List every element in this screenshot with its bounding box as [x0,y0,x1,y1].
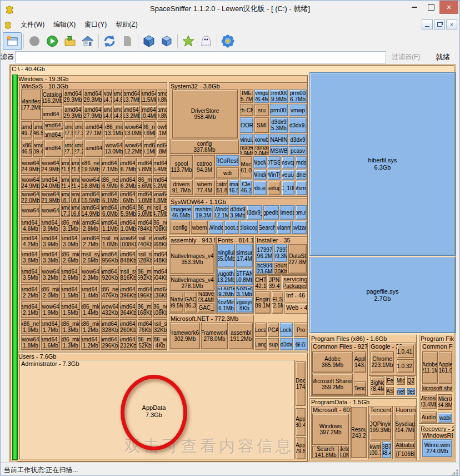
treemap-cell-file[interactable]: twinui.c [240,134,253,145]
treemap-cell-folder[interactable]: JPN39.4 [268,275,281,290]
treemap-cell-folder[interactable]: amd64_6.1Mb [101,191,119,203]
filter-cube-alt-button[interactable] [158,33,176,49]
treemap-cell-folder[interactable]: PCA [268,323,279,337]
treemap-cell-folder[interactable]: wow6413.0Mb [104,140,123,157]
close-button[interactable]: × [439,1,458,14]
treemap-cell-folder[interactable]: wow6418.8Mb [81,175,100,190]
treemap-cell-folder[interactable]: amd64_5.9Mb [120,204,137,217]
treemap-cell-file[interactable]: mingliub35.0Mb [217,244,235,267]
treemap-cell-folder[interactable]: Adobe211.1M [422,351,438,384]
treemap-cell-folder[interactable]: wow649.1Mb [157,121,167,138]
treemap-cell-folder[interactable]: App80.4 [296,408,306,436]
treemap-cell-folder[interactable]: amd64_7.8Mb [157,140,167,157]
treemap-cell-folder[interactable]: Q2 [407,376,414,385]
treemap-cell-folder[interactable]: Netw8.0M [340,446,349,458]
treemap-cell-folder[interactable]: amd64_956Kb [101,250,119,265]
treemap-cell-folder[interactable]: microsoft shar [422,385,452,391]
treemap-cell-folder[interactable]: zh-CN [240,104,253,116]
title-bar[interactable]: SpaceSniffer 1.1.2.0 - Lewen汉化版 - [ (C:)… [1,1,459,17]
treemap-cell-folder[interactable]: amd6429.3Mb [83,89,102,105]
treemap-cell-file[interactable]: xwizan [292,221,307,234]
treemap-cell-folder[interactable]: amd14.8 [113,106,122,120]
treemap-cell-file[interactable]: 保存 [294,338,308,350]
treemap-cell-file[interactable]: 1739796.2M [256,244,273,262]
treemap-cell-folder[interactable]: amd6429.3Mb [63,106,82,120]
treemap-cell-folder[interactable]: amd64_10.4Mb [141,106,157,120]
treemap-cell-folder[interactable]: amd64_1.1Mb [101,218,119,233]
treemap-cell-folder[interactable]: Manifest177.2Mb [21,89,41,120]
treemap-cell-folder[interactable]: amd39.4 [33,140,43,157]
treemap-cell-file[interactable]: dmdsk [296,156,307,168]
treemap-cell-folder[interactable]: x86_mic1.3Mb [61,335,80,350]
treemap-cell-file[interactable]: WsmT [296,181,307,195]
stop-button[interactable] [26,33,43,49]
menu-help[interactable]: 帮助(Z) [111,18,142,31]
treemap-cell-folder[interactable]: amd64_13.2Mb [123,106,140,120]
treemap-cell-file[interactable]: STXIHE9.3Mb [217,286,235,296]
treemap-cell-folder[interactable]: Sysdiag214.7Mb [395,414,415,440]
treemap-cell-folder[interactable]: amd9.8M [158,106,167,120]
treemap-cell-folder[interactable]: amd64_296Kb [101,335,119,350]
treemap-cell-folder[interactable]: amd64_3.9Mb [41,234,60,249]
treemap-cell-file[interactable]: vmgu26.4M [254,90,269,103]
treemap-cell-folder[interactable]: sru [254,104,269,116]
treemap-cell-folder[interactable]: amd64_5.4Mb [153,158,167,174]
treemap-cell-folder[interactable]: amd64_3.0Mb [61,234,80,249]
treemap-cell-folder[interactable]: amd21.4 [61,175,70,190]
treemap-cell-folder[interactable]: msil_sy32Kb [153,319,167,334]
treemap-cell-folder[interactable]: amd46.5 [33,121,43,138]
treemap-cell-folder[interactable]: x86_net1.9Mb [21,319,40,334]
treemap-cell-folder[interactable]: x86_mic5.0Mb [138,204,152,217]
treemap-cell-folder[interactable]: amd64_2.1Mb [21,301,40,318]
treemap-cell-folder[interactable]: amd649.1Mb [143,140,156,157]
treemap-region-web[interactable]: Web - 4 [284,304,308,314]
treemap-cell-folder[interactable]: 1.0.32. [397,359,414,373]
treemap-cell-folder[interactable]: Alibaba [395,442,415,449]
treemap-cell-folder[interactable]: wow6422.0Mb [21,191,40,203]
treemap-cell-folder[interactable]: Micro34.8M [438,394,452,410]
treemap-cell-folder[interactable]: wow644.8Mb [153,191,167,203]
treemap-cell-file[interactable]: Windo [253,170,267,180]
treemap-cell-folder[interactable]: msil_mi740Kb [138,234,152,249]
treemap-cell-folder[interactable]: amd64_7.1Mb [101,158,119,174]
treemap-cell-file[interactable]: hiberfil.sys6.3Gb [309,72,456,256]
start-button[interactable] [43,33,61,49]
treemap-cell-folder[interactable]: NativeImages_v4353.3Mb [170,244,214,274]
treemap-cell-file[interactable]: wlanm [277,221,291,234]
menu-window[interactable]: 窗口(Y) [80,18,111,31]
treemap-cell-folder[interactable]: msfted2.9Mb [240,146,253,155]
treemap-cell-folder[interactable]: amd64_ [44,140,63,157]
treemap-cell-folder[interactable]: BigNo78.4M [371,376,384,395]
treemap-cell-folder[interactable]: x86_mic52Kb [138,335,152,350]
treemap-cell-folder[interactable]: msil_sy628Kb [138,250,152,265]
treemap-cell-folder[interactable]: Yamah2.0Mb [254,146,269,155]
treemap-cell-folder[interactable]: amd27.5 [64,121,73,138]
treemap-cell-folder[interactable]: amd64_1.6Mb [41,335,60,350]
treemap-cell-file[interactable]: Winre.wim274.0Mb [422,439,452,457]
treemap-cell-folder[interactable]: {F106B [395,450,415,458]
treemap-cell-folder[interactable]: Apple161.0 [439,351,452,384]
treemap-cell-folder[interactable]: amd27.2 [74,140,83,157]
treemap-cell-folder[interactable]: Fe [386,376,394,385]
treemap-cell-file[interactable]: bc98423.6M [256,263,273,274]
treemap-cell-folder[interactable]: amd9.8M [158,89,167,105]
treemap-cell-folder[interactable]: amd14.8 [113,89,122,105]
treemap-cell-folder[interactable]: amd64_6.0Mb [101,204,119,217]
mdi-minimize-button[interactable] [422,19,433,29]
treemap-cell-folder[interactable]: GAC86.3 [184,292,197,313]
treemap-cell-folder[interactable]: wow641.9Mb [41,301,60,318]
treemap-cell-folder[interactable]: amd64_504Kb [153,266,167,283]
treemap-cell-folder[interactable]: x86_mic2.0Mb [41,284,60,300]
treemap-cell-folder[interactable]: msil_mi1.0Mb [101,234,119,249]
treemap-cell-folder[interactable]: Resou243.2 [351,407,367,458]
treemap-cell-folder[interactable]: Framework64302.9Mb [170,323,200,349]
treemap-cell-folder[interactable]: msil_sy816Kb [120,266,137,283]
new-view-button[interactable] [3,32,22,50]
treemap-cell-folder[interactable]: AS [386,387,394,395]
treemap-cell-folder[interactable]: amd6411.5Mb [141,89,157,105]
treemap-cell-folder[interactable]: amd64 [84,140,103,157]
treemap-cell-folder[interactable]: amd21.4 [71,175,80,190]
treemap-cell-file[interactable]: KozGo3.1Mb [236,286,253,296]
filter-apply-button[interactable]: 过滤器(F) [392,52,420,62]
treemap-cell-folder[interactable]: x86_net6.9Mb [101,175,119,190]
